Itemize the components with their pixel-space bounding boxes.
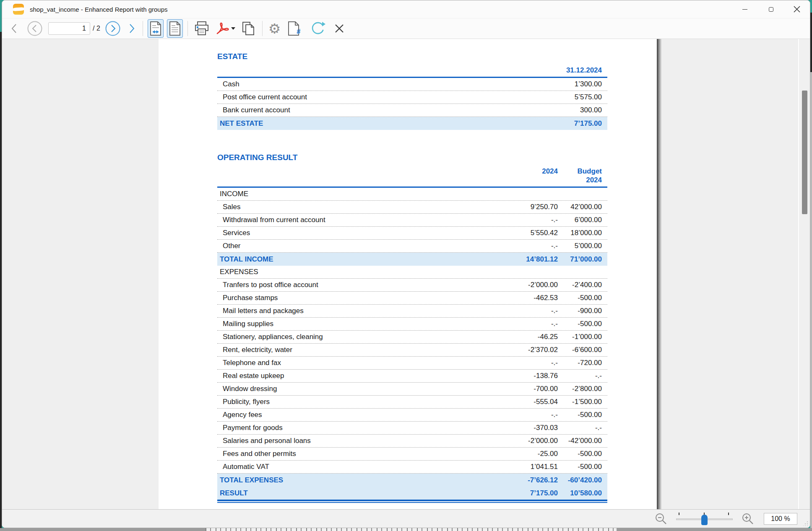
row-label: Publicity, flyers — [217, 398, 514, 406]
row-value-budget: -500.00 — [558, 450, 607, 458]
zoom-out-button[interactable] — [653, 511, 669, 526]
row-value-budget: -6’600.00 — [558, 346, 607, 354]
zoom-in-button[interactable] — [740, 511, 755, 526]
section-label: EXPENSES — [217, 268, 607, 276]
row-value-2024: -7’626.12 — [514, 476, 558, 484]
table-row: Telephone and fax -.- -720.00 — [217, 357, 607, 370]
table-row: Automatic VAT 1’041.51 -500.00 — [217, 461, 607, 474]
row-label: Payment for goods — [217, 424, 514, 432]
minimize-button[interactable] — [732, 0, 758, 18]
settings-button[interactable]: ⚙ — [267, 21, 282, 37]
row-value-budget: 42’000.00 — [558, 203, 607, 211]
row-value-budget: -2’800.00 — [558, 385, 607, 393]
row-value-2024: -370.03 — [514, 424, 558, 432]
row-value-budget: -900.00 — [558, 307, 607, 315]
window-title: shop_vat_income - Enhanced Report with g… — [30, 6, 168, 13]
window-controls — [732, 0, 810, 18]
table-row: Post office current account 5’575.00 — [217, 91, 607, 104]
desktop-edge-right — [810, 0, 812, 13]
table-row: Payment for goods -370.03 -.- — [217, 422, 607, 435]
row-value-budget: -500.00 — [558, 294, 607, 302]
resize-grip[interactable] — [803, 521, 808, 526]
row-value-2024: -462.53 — [514, 294, 558, 302]
row-value-2024: 5’550.42 — [514, 229, 558, 237]
page-numbering-button[interactable]: # — [286, 20, 301, 37]
row-value-2024: -.- — [514, 307, 558, 315]
row-label: Agency fees — [217, 411, 514, 419]
pdf-icon — [216, 21, 230, 36]
slider-handle[interactable] — [701, 515, 708, 525]
scrollbar-thumb[interactable] — [802, 91, 807, 214]
export-pdf-button[interactable] — [214, 20, 237, 37]
row-value-budget: 5’000.00 — [558, 242, 607, 250]
row-value-2024: -2’000.00 — [514, 437, 558, 445]
row-label: Sales — [217, 203, 514, 211]
row-label: Fees and other permits — [217, 450, 514, 458]
row-value-2024: -555.04 — [514, 398, 558, 406]
row-label: Services — [217, 229, 514, 237]
page-forward-circle-button[interactable] — [104, 19, 122, 38]
refresh-button[interactable] — [309, 20, 327, 37]
chevron-right-icon — [126, 22, 137, 35]
fit-page-button[interactable] — [167, 19, 183, 38]
row-label: TOTAL EXPENSES — [217, 476, 514, 484]
maximize-button[interactable] — [758, 0, 784, 18]
background-toolbar-sliver — [206, 528, 617, 531]
final-double-rule — [217, 500, 607, 503]
row-value: 300.00 — [558, 106, 607, 114]
close-preview-button[interactable] — [332, 21, 346, 36]
row-value-2024: 7’175.00 — [514, 489, 558, 497]
preview-area: ESTATE 31.12.2024 Cash 1’300.00 Post off… — [2, 39, 810, 509]
maximize-icon — [769, 7, 773, 12]
table-row: Sales 9’250.70 42’000.00 — [217, 201, 607, 214]
row-label: Bank current account — [217, 106, 558, 114]
print-button[interactable] — [193, 20, 211, 37]
row-value-budget: -500.00 — [558, 411, 607, 419]
row-label: Tranfers to post office account — [217, 281, 514, 289]
fit-width-button[interactable] — [148, 19, 164, 38]
row-value-2024: -2’370.02 — [514, 346, 558, 354]
budget-label: Budget — [558, 167, 602, 176]
row-value-budget: 6’000.00 — [558, 216, 607, 224]
row-label: Cash — [217, 80, 558, 88]
expenses-section-row: EXPENSES — [217, 266, 607, 279]
row-label: TOTAL INCOME — [217, 255, 514, 264]
circled-chevron-right-icon — [105, 21, 121, 36]
total-expenses-row: TOTAL EXPENSES -7’626.12 -60’420.00 — [217, 474, 607, 487]
copy-button[interactable] — [239, 19, 258, 38]
table-row: Window dressing -700.00 -2’800.00 — [217, 383, 607, 396]
zoom-slider[interactable] — [676, 513, 733, 525]
row-value-budget: 18’000.00 — [558, 229, 607, 237]
row-value-budget: -1’500.00 — [558, 398, 607, 406]
row-label: NET ESTATE — [217, 119, 558, 128]
row-label: Purchase stamps — [217, 294, 514, 302]
toolbar-separator — [143, 21, 143, 36]
vertical-scrollbar[interactable] — [798, 39, 810, 509]
app-icon — [13, 4, 24, 15]
row-value-budget: -1’000.00 — [558, 333, 607, 341]
row-label: Automatic VAT — [217, 463, 514, 471]
previous-page-button[interactable] — [8, 21, 21, 36]
page-shadow — [657, 39, 662, 509]
toolbar-separator — [187, 21, 188, 36]
operating-column-header: 2024 Budget 2024 — [217, 167, 607, 186]
table-row: Tranfers to post office account -2’000.0… — [217, 279, 607, 292]
title-bar: shop_vat_income - Enhanced Report with g… — [2, 0, 810, 18]
zoom-percentage-input[interactable] — [764, 513, 797, 525]
row-value: 7’175.00 — [558, 119, 607, 128]
close-button[interactable] — [784, 0, 810, 18]
row-label: Real estate upkeep — [217, 372, 514, 380]
row-label: Salaries and personal loans — [217, 437, 514, 445]
page-number-input[interactable] — [48, 22, 90, 35]
table-row: Other -.- 5’000.00 — [217, 240, 607, 253]
next-page-button[interactable] — [125, 21, 138, 36]
row-value-2024: -.- — [514, 411, 558, 419]
row-label: Rent, electricity, water — [217, 346, 514, 354]
toolbar: / 2 — [2, 18, 810, 39]
page-back-circle-button[interactable] — [26, 19, 44, 38]
status-bar — [2, 509, 810, 528]
row-value-2024: -.- — [514, 359, 558, 367]
total-income-row: TOTAL INCOME 14’801.12 71’000.00 — [217, 253, 607, 266]
row-label: Mail letters and packages — [217, 307, 514, 315]
gear-icon: ⚙ — [268, 22, 281, 36]
